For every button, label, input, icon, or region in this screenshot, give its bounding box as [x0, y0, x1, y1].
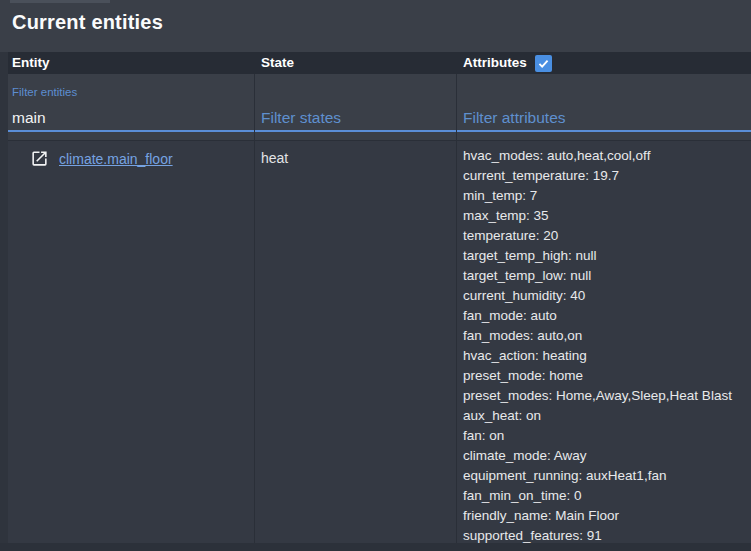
tab-indicator-remnant [10, 0, 110, 3]
attribute-line: fan: on [463, 426, 751, 446]
entity-cell: climate.main_floor [8, 141, 255, 543]
page-title: Current entities [12, 11, 163, 34]
table-header-row: Entity State Attributes [8, 52, 751, 74]
attribute-line: hvac_modes: auto,heat,cool,off [463, 146, 751, 166]
entity-filter-label: Filter entities [12, 86, 77, 98]
state-filter-input[interactable] [255, 106, 456, 132]
current-entities-panel: Current entities Entity State Attributes… [0, 0, 751, 551]
attribute-line: min_temp: 7 [463, 186, 751, 206]
attribute-line: fan_modes: auto,on [463, 326, 751, 346]
attribute-line: temperature: 20 [463, 226, 751, 246]
entity-id-link[interactable]: climate.main_floor [59, 151, 173, 167]
column-header-entity: Entity [8, 52, 255, 74]
attribute-line: current_temperature: 19.7 [463, 166, 751, 186]
attribute-line: target_temp_high: null [463, 246, 751, 266]
table-left-margin [0, 52, 8, 543]
column-header-attributes-label: Attributes [463, 52, 527, 74]
attributes-filter-input[interactable] [457, 106, 751, 132]
attributes-cell: hvac_modes: auto,heat,cool,offcurrent_te… [457, 141, 751, 543]
check-icon [537, 57, 550, 70]
entity-filter-cell: Filter entities [8, 74, 255, 140]
column-header-state: State [255, 52, 457, 74]
attribute-line: preset_modes: Home,Away,Sleep,Heat Blast [463, 386, 751, 406]
filter-row: Filter entities [8, 74, 751, 140]
attributes-list: hvac_modes: auto,heat,cool,offcurrent_te… [457, 141, 751, 543]
attributes-filter-cell [457, 74, 751, 140]
attributes-checkbox[interactable] [535, 55, 552, 72]
table-bottom-margin [0, 543, 751, 551]
attribute-line: fan_mode: auto [463, 306, 751, 326]
entities-table: Entity State Attributes Filter entities [8, 52, 751, 543]
attribute-line: preset_mode: home [463, 366, 751, 386]
attribute-line: max_temp: 35 [463, 206, 751, 226]
column-header-attributes: Attributes [457, 52, 751, 74]
table-row: climate.main_floor heat hvac_modes: auto… [8, 140, 751, 543]
attribute-line: equipment_running: auxHeat1,fan [463, 466, 751, 486]
open-in-new-icon[interactable] [30, 149, 49, 172]
attribute-line: supported_features: 91 [463, 526, 751, 543]
attribute-line: fan_min_on_time: 0 [463, 486, 751, 506]
attribute-line: friendly_name: Main Floor [463, 506, 751, 526]
attribute-line: target_temp_low: null [463, 266, 751, 286]
entity-filter-input[interactable] [8, 106, 254, 132]
attribute-line: current_humidity: 40 [463, 286, 751, 306]
attribute-line: hvac_action: heating [463, 346, 751, 366]
state-filter-cell [255, 74, 457, 140]
attribute-line: aux_heat: on [463, 406, 751, 426]
state-value: heat [255, 141, 456, 166]
attribute-line: climate_mode: Away [463, 446, 751, 466]
state-cell: heat [255, 141, 457, 543]
